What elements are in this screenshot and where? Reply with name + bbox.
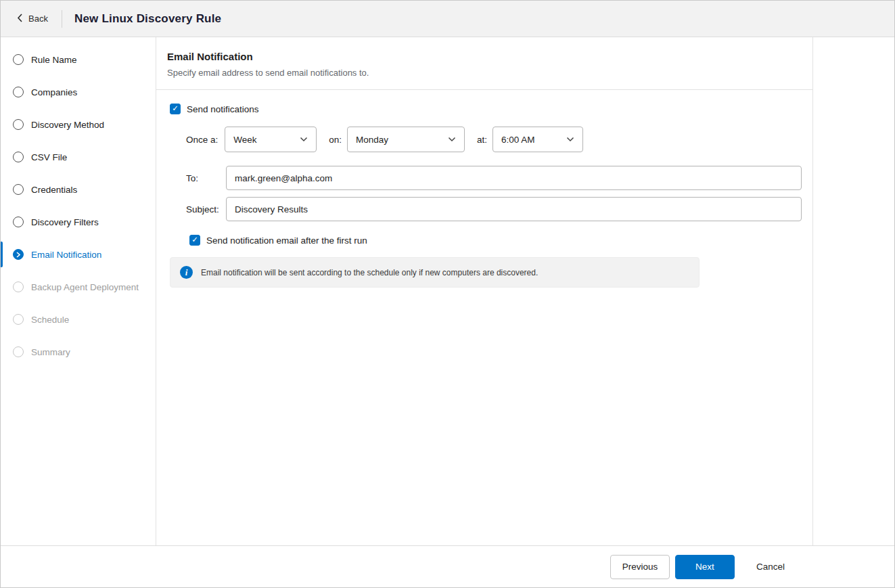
step-circle-icon: [13, 281, 24, 292]
step-circle-icon: [13, 119, 24, 130]
step-active-chevron-icon: [13, 249, 24, 260]
back-button[interactable]: Back: [1, 1, 62, 37]
step-credentials[interactable]: Credentials: [1, 173, 156, 206]
step-circle-icon: [13, 314, 24, 325]
to-label: To:: [186, 173, 226, 183]
at-label: at:: [477, 135, 487, 145]
step-label: Discovery Filters: [31, 217, 99, 227]
to-input[interactable]: [226, 166, 802, 190]
checkbox-checked-icon: ✓: [189, 235, 200, 246]
main-content: Email Notification Specify email address…: [156, 37, 813, 545]
step-discovery-method[interactable]: Discovery Method: [1, 108, 156, 141]
step-label: Rule Name: [31, 55, 77, 65]
step-circle-icon: [13, 346, 24, 357]
step-rule-name[interactable]: Rule Name: [1, 43, 156, 76]
step-circle-icon: [13, 152, 24, 162]
wizard-steps-sidebar: Rule Name Companies Discovery Method CSV…: [1, 37, 156, 545]
day-dropdown[interactable]: Monday: [347, 127, 465, 152]
step-discovery-filters[interactable]: Discovery Filters: [1, 206, 156, 238]
subject-label: Subject:: [186, 204, 226, 214]
step-label: Backup Agent Deployment: [31, 282, 139, 292]
once-a-label: Once a:: [186, 135, 218, 145]
frequency-value: Week: [233, 135, 256, 145]
chevron-down-icon: [448, 137, 456, 142]
step-csv-file[interactable]: CSV File: [1, 141, 156, 173]
day-value: Monday: [356, 135, 388, 145]
time-dropdown[interactable]: 6:00 AM: [492, 127, 583, 152]
checkmark-icon: ✓: [172, 105, 179, 113]
footer: Previous Next Cancel: [1, 545, 894, 587]
back-label: Back: [28, 14, 48, 24]
send-notifications-label: Send notifications: [187, 104, 259, 114]
step-companies[interactable]: Companies: [1, 76, 156, 108]
step-circle-icon: [13, 87, 24, 97]
chevron-down-icon: [300, 137, 308, 142]
right-gutter: [813, 37, 894, 545]
on-label: on:: [329, 135, 342, 145]
info-banner: i Email notification will be sent accord…: [170, 257, 699, 288]
checkmark-icon: ✓: [191, 236, 198, 244]
subject-input[interactable]: [226, 197, 802, 221]
first-run-checkbox[interactable]: ✓ Send notification email after the firs…: [189, 235, 802, 246]
previous-button[interactable]: Previous: [610, 555, 670, 579]
step-circle-icon: [13, 184, 24, 195]
step-label: Summary: [31, 347, 70, 357]
header: Back New Linux Discovery Rule: [1, 1, 894, 37]
step-circle-icon: [13, 54, 24, 65]
section-title: Email Notification: [167, 51, 802, 62]
send-notifications-checkbox[interactable]: ✓ Send notifications: [170, 104, 802, 114]
step-email-notification[interactable]: Email Notification: [1, 238, 156, 271]
step-circle-icon: [13, 217, 24, 227]
checkbox-checked-icon: ✓: [170, 104, 181, 114]
page-title: New Linux Discovery Rule: [74, 12, 221, 26]
chevron-down-icon: [566, 137, 574, 142]
header-divider: [62, 10, 62, 28]
next-button[interactable]: Next: [675, 555, 735, 579]
cancel-button[interactable]: Cancel: [752, 555, 789, 579]
frequency-dropdown[interactable]: Week: [225, 127, 317, 152]
first-run-label: Send notification email after the first …: [206, 235, 367, 246]
step-summary[interactable]: Summary: [1, 336, 156, 368]
step-schedule[interactable]: Schedule: [1, 303, 156, 336]
step-label: Companies: [31, 87, 77, 97]
wizard-window: Back New Linux Discovery Rule Rule Name …: [0, 0, 895, 588]
time-value: 6:00 AM: [501, 135, 535, 145]
step-label: Schedule: [31, 315, 69, 325]
step-label: Discovery Method: [31, 120, 104, 130]
section-subtitle: Specify email address to send email noti…: [167, 68, 802, 78]
chevron-left-icon: [17, 14, 22, 24]
step-label: CSV File: [31, 152, 67, 162]
step-label: Credentials: [31, 185, 77, 195]
step-label: Email Notification: [31, 250, 101, 260]
info-icon: i: [180, 266, 193, 279]
section-header: Email Notification Specify email address…: [156, 37, 812, 90]
info-message: Email notification will be sent accordin…: [201, 268, 538, 277]
step-backup-agent-deployment[interactable]: Backup Agent Deployment: [1, 271, 156, 303]
